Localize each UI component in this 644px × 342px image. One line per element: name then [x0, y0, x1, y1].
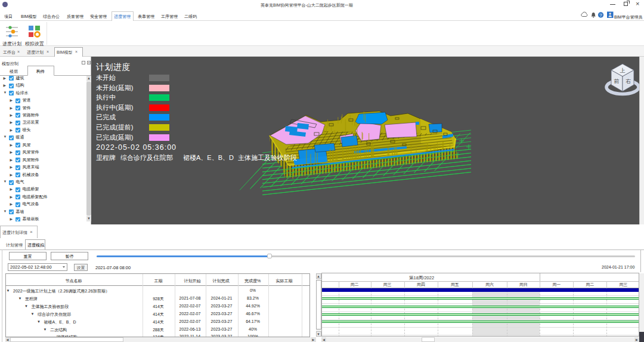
- svg-text:前: 前: [614, 78, 620, 84]
- svg-text:右: 右: [626, 78, 631, 84]
- svg-text:上: 上: [620, 67, 626, 73]
- svg-text:?: ?: [599, 13, 602, 18]
